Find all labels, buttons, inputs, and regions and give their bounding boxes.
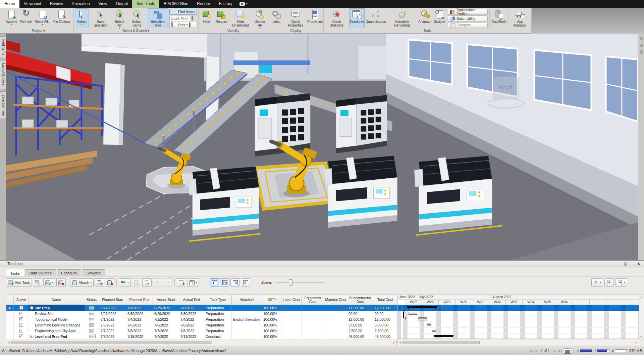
view-planned-gantt-button[interactable]	[230, 278, 240, 286]
checkbox-checked-icon[interactable]	[19, 335, 23, 338]
gantt-summary-bar[interactable]	[408, 306, 436, 308]
append-button[interactable]: Append▾	[4, 8, 18, 28]
active-checkbox-cell[interactable]	[14, 311, 29, 316]
file-options-button[interactable]: File Options	[52, 8, 71, 28]
choose-columns-button[interactable]: ▾	[187, 278, 199, 286]
app-manager-button[interactable]: App Manager	[510, 8, 530, 28]
select-all-button[interactable]: Select All▾	[112, 8, 126, 28]
last-sheet-button[interactable]: ▶|	[558, 349, 561, 353]
column-header-Actual End[interactable]: Actual End	[179, 295, 204, 305]
batch-utility-button[interactable]: Batch Utility	[448, 15, 488, 21]
gantt-horizontal-scrollbar[interactable]: ◄►	[397, 340, 639, 345]
ribbon-tab-animation[interactable]: Animation	[67, 0, 94, 8]
gantt-task-bar[interactable]	[418, 317, 427, 320]
require-button[interactable]: Require	[214, 8, 228, 28]
timeliner-tab-data-sources[interactable]: Data Sources	[25, 269, 56, 276]
task-name-cell[interactable]: Engineering and City Appr...	[29, 328, 84, 334]
selection-tree-button[interactable]: Selection Tree	[147, 8, 168, 28]
filter-button[interactable]: ▾	[591, 278, 603, 286]
timeliner-tab-tasks[interactable]: Tasks	[6, 269, 24, 276]
column-header-Task Type[interactable]: Task Type	[204, 295, 232, 305]
column-header-progress[interactable]	[6, 295, 14, 305]
column-header-Labor Cost[interactable]: Labor Cost	[281, 295, 302, 305]
close-icon[interactable]: ×	[636, 261, 641, 266]
zoom-slider[interactable]	[275, 282, 325, 283]
view-tasks-button[interactable]	[210, 278, 219, 286]
ribbon-tab-factory[interactable]: Factory	[215, 0, 237, 8]
gantt-chart[interactable]: June 2022July 2022August 2022W27W28W29W3…	[397, 295, 639, 339]
nav-tool-icon[interactable]	[640, 50, 643, 54]
gantt-summary-bar[interactable]	[434, 335, 453, 337]
zoom-slider-thumb[interactable]	[289, 279, 292, 285]
hide-unselected-button[interactable]: Hide Unselected	[229, 8, 252, 28]
hide-button[interactable]: Hide	[200, 8, 214, 28]
links-button[interactable]: Links	[269, 8, 283, 28]
sidetab-layout-browser[interactable]: Layout Browser	[0, 60, 6, 89]
checkbox-checked-icon[interactable]	[19, 306, 23, 310]
active-checkbox-cell[interactable]	[14, 322, 29, 328]
viewport-3d[interactable]: Find ItemsLayout BrowserSelection Tree	[0, 34, 644, 260]
view-actual-gantt-button[interactable]	[241, 278, 250, 286]
quick-render-menu-button[interactable]: ▾	[239, 0, 248, 8]
view-gantt-button[interactable]	[220, 278, 229, 286]
ribbon-tab-view[interactable]: View	[94, 0, 112, 8]
table-row[interactable]: Determine Leveling Changes7/5/20227/6/20…	[6, 322, 397, 328]
ribbon-tab-review[interactable]: Review	[46, 0, 67, 8]
table-row[interactable]: ▶−Site Prep6/27/20227/8/20226/29/20227/8…	[6, 305, 397, 311]
find-items-button[interactable]: ▾	[119, 278, 131, 286]
attached-cell[interactable]	[232, 322, 262, 328]
sidetab-selection-tree[interactable]: Selection Tree	[0, 91, 6, 119]
timeliner-tab-configure[interactable]: Configure	[57, 269, 82, 276]
column-header-Planned Start[interactable]: Planned Start	[99, 295, 126, 305]
ribbon-tab-bim-360-glue[interactable]: BIM 360 Glue	[159, 0, 193, 8]
collapse-icon[interactable]: −	[30, 306, 33, 309]
ribbon-tab-item-tools[interactable]: Item Tools	[132, 0, 159, 8]
attach-button[interactable]: Attach▾	[70, 278, 94, 286]
column-header-Planned End[interactable]: Planned End	[126, 295, 153, 305]
insert-task-button[interactable]	[33, 278, 42, 286]
gantt-task-bar[interactable]	[409, 312, 417, 315]
unhide-all-button[interactable]: Unhide All▾	[253, 8, 267, 28]
add-task-button[interactable]: ✚Add Task	[6, 278, 32, 286]
timeliner-button[interactable]: TimeLiner	[349, 8, 365, 28]
active-checkbox-cell[interactable]	[14, 328, 29, 334]
attached-cell[interactable]	[232, 334, 262, 339]
import-schedule-button[interactable]: ▾	[615, 278, 627, 286]
properties-button[interactable]: Properties	[308, 8, 322, 28]
datatools-button[interactable]: DataTools	[491, 8, 506, 28]
add-comment-button[interactable]: ✚	[177, 278, 186, 286]
column-header-Attached[interactable]: Attached	[232, 295, 262, 305]
previous-sheet-button[interactable]: ◀	[534, 349, 537, 353]
viewport-3d-scene[interactable]: RIGHT	[6, 34, 638, 260]
reset-all--button[interactable]: Reset All...▾	[34, 8, 51, 28]
ribbon-tab-output[interactable]: Output	[111, 0, 132, 8]
auto-add-tasks-button[interactable]: ✚▾	[43, 278, 55, 286]
column-header-progress-icon[interactable]	[262, 295, 281, 305]
ribbon-tab-viewpoint[interactable]: Viewpoint	[19, 0, 46, 8]
append-attachment-button[interactable]: ✚	[95, 278, 104, 286]
checkbox-checked-icon[interactable]	[19, 329, 23, 332]
gantt-task-bar[interactable]	[427, 323, 431, 326]
select-button[interactable]: Select▾	[75, 8, 89, 28]
active-checkbox-cell[interactable]	[14, 305, 29, 311]
task-name-cell[interactable]: Topographical Model	[29, 316, 84, 322]
sets-dropdown[interactable]: Sets▾	[169, 22, 197, 28]
refresh-button[interactable]: Refresh	[19, 8, 33, 28]
quick-find-input[interactable]	[169, 16, 190, 21]
clear-attachment-button[interactable]: ✖	[105, 278, 114, 286]
gantt-vertical-scrollbar[interactable]: ▲▼	[639, 295, 644, 339]
first-sheet-button[interactable]: |◀	[529, 349, 532, 353]
nav-tool-icon[interactable]	[640, 44, 643, 47]
pin-icon[interactable]	[623, 262, 627, 266]
checkbox-checked-icon[interactable]	[19, 323, 23, 327]
next-sheet-button[interactable]: ▶	[553, 349, 556, 353]
table-row[interactable]: Review Site6/27/20226/30/20226/29/20226/…	[6, 311, 397, 316]
expand-icon[interactable]: +	[30, 335, 33, 338]
gantt-task-bar[interactable]	[432, 329, 436, 332]
column-header-Actual Start[interactable]: Actual Start	[153, 295, 179, 305]
task-name-cell[interactable]: Review Site	[29, 311, 84, 316]
sheet-browser-button[interactable]	[564, 348, 571, 354]
find-items-button[interactable]: Find Items	[169, 9, 197, 15]
delete-task-button[interactable]: ✖	[56, 278, 66, 286]
timeliner-tab-simulate[interactable]: Simulate	[82, 269, 105, 276]
